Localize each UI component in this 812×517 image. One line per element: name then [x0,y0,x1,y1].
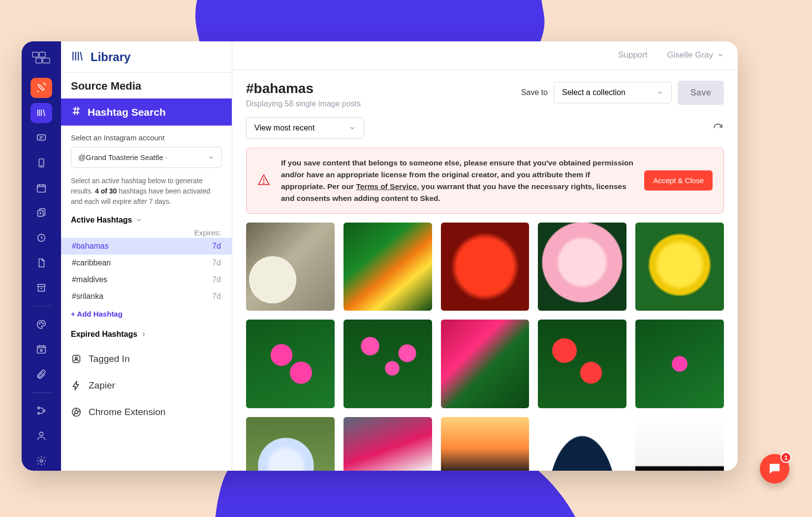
hashtag-name: #bahamas [72,242,109,251]
chat-icon [767,461,782,476]
chrome-icon [71,407,82,418]
svg-rect-0 [32,52,38,57]
svg-rect-3 [43,58,50,63]
duplicate-nav[interactable] [31,203,52,223]
topbar: Support Giselle Gray [232,41,738,70]
hashtag-row[interactable]: #srilanka7d [61,288,232,305]
save-button[interactable]: Save [678,81,724,105]
hashtag-name: #maldives [72,275,107,284]
content-title: #bahamas [246,81,361,97]
app-window: Library Source Media Hashtag Search Sele… [22,41,738,471]
svg-point-22 [75,357,77,359]
chevron-down-icon [717,52,724,59]
mobile-nav[interactable] [31,153,52,173]
select-account-label: Select an Instagram account [71,133,222,142]
library-icon [71,50,84,65]
image-thumb[interactable] [441,223,530,311]
source-chrome-extension[interactable]: Chrome Extension [61,399,232,425]
image-thumb[interactable] [441,417,530,471]
hashtag-name: #caribbean [72,258,111,267]
image-thumb[interactable] [538,223,626,311]
hashtag-expires: 7d [212,258,221,267]
image-thumb[interactable] [344,320,432,408]
expired-hashtags-toggle[interactable]: Expired Hashtags [61,323,232,346]
svg-point-11 [39,323,40,324]
history-nav[interactable] [31,228,52,248]
image-thumb[interactable] [441,320,530,408]
content-subtitle: Displaying 58 single image posts [246,99,361,108]
image-thumb[interactable] [538,417,626,471]
warning-text: If you save content that belongs to some… [281,157,633,204]
active-hashtags-toggle[interactable]: Active Hashtags [61,214,232,228]
svg-point-6 [41,165,41,166]
svg-point-15 [40,350,42,352]
account-select[interactable]: @Grand Toasterie Seattle · [71,147,222,168]
image-thumb[interactable] [538,320,626,408]
svg-rect-2 [36,58,42,63]
hashtag-row[interactable]: #maldives7d [61,271,232,288]
svg-point-13 [43,323,44,324]
attachment-nav[interactable] [31,364,52,385]
image-thumb[interactable] [246,223,335,311]
zapier-icon [71,380,82,391]
chevron-down-icon [135,217,142,224]
expires-column-header: Expires: [61,228,232,238]
user-menu[interactable]: Giselle Gray [667,50,724,60]
document-nav[interactable] [31,253,52,273]
panel-header: Library [61,41,232,73]
calendar-nav[interactable] [31,178,52,198]
warning-icon [257,173,270,188]
collection-select[interactable]: Select a collection [554,82,672,103]
hashtag-name: #srilanka [72,292,103,301]
image-thumb[interactable] [635,223,724,311]
accept-close-button[interactable]: Accept & Close [644,170,713,191]
hashtag-expires: 7d [212,275,221,284]
schedule-nav[interactable] [31,339,52,359]
support-link[interactable]: Support [618,50,648,60]
add-hashtag-button[interactable]: + Add Hashtag [61,305,232,323]
archive-nav[interactable] [31,278,52,298]
svg-point-25 [263,182,264,183]
svg-point-20 [40,459,43,462]
hashtag-help-text: Select an active hashtag below to genera… [61,173,232,214]
hashtag-icon [71,105,82,119]
image-thumb[interactable] [246,417,335,471]
account-value: @Grand Toasterie Seattle · [78,153,167,162]
chat-badge: 1 [781,452,791,463]
svg-point-12 [41,322,42,323]
image-thumb[interactable] [344,223,432,311]
save-to-label: Save to [521,88,548,97]
permission-warning: If you save content that belongs to some… [246,148,724,214]
source-zapier[interactable]: Zapier [61,372,232,399]
settings-nav[interactable] [31,451,52,471]
hashtag-expires: 7d [212,242,221,251]
image-thumb[interactable] [344,417,432,471]
hashtag-search-tab[interactable]: Hashtag Search [61,98,232,126]
chevron-down-icon [349,125,356,131]
branches-nav[interactable] [31,401,52,421]
image-thumb[interactable] [635,320,724,408]
profile-nav[interactable] [31,425,52,446]
source-tagged-in[interactable]: Tagged In [61,346,232,372]
messages-nav[interactable] [31,128,52,148]
tos-link[interactable]: Terms of Service [356,182,417,191]
chevron-left-icon [140,331,147,338]
svg-point-18 [43,410,45,412]
palette-nav[interactable] [31,314,52,334]
icon-rail [22,41,61,471]
image-thumb[interactable] [635,417,724,471]
svg-rect-10 [38,285,45,287]
view-filter-select[interactable]: View most recent [246,117,364,139]
compose-button[interactable] [31,78,52,98]
svg-point-19 [39,432,43,435]
svg-rect-4 [37,135,46,140]
chat-fab[interactable]: 1 [760,454,789,484]
hashtag-row[interactable]: #caribbean7d [61,255,232,271]
image-grid [246,223,724,471]
source-panel: Library Source Media Hashtag Search Sele… [61,41,232,471]
image-thumb[interactable] [246,320,335,408]
hashtag-row[interactable]: #bahamas7d [61,238,232,255]
refresh-button[interactable] [712,122,724,134]
svg-point-16 [38,407,40,409]
library-nav[interactable] [31,103,52,123]
